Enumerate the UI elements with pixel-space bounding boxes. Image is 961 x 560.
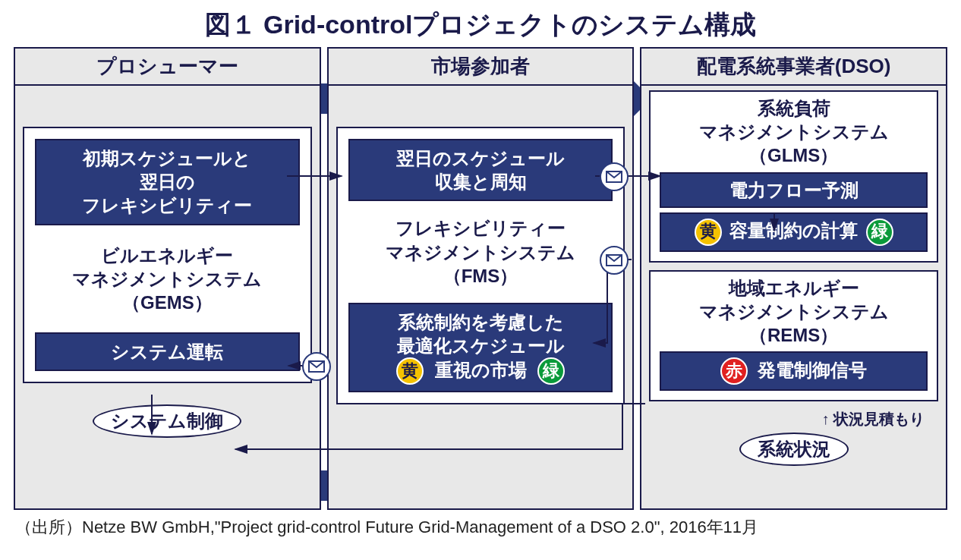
power-flow-forecast-box: 電力フロー予測	[660, 172, 928, 208]
prosumer-header: プロシューマー	[15, 49, 320, 86]
gems-panel: 初期スケジュールと 翌日の フレキシビリティー ビルエネルギー マネジメントシス…	[23, 127, 312, 383]
glms-panel: 系統負荷 マネジメントシステム （GLMS） 電力フロー予測 黄 容量制約の計算…	[649, 90, 938, 263]
initial-schedule-box: 初期スケジュールと 翌日の フレキシビリティー	[35, 139, 300, 225]
diagram-title: 図１ Grid-controlプロジェクトのシステム構成	[0, 0, 961, 47]
capacity-text: 容量制約の計算	[729, 220, 858, 241]
columns-container: 混雑予測 混雑回避 プロシューマー 初期スケジュールと 翌日の フレキシビリティ…	[0, 47, 961, 510]
green-dot-icon-2: 緑	[866, 219, 893, 246]
opt-line3: 重視の市場	[435, 360, 527, 380]
market-header: 市場参加者	[329, 49, 633, 86]
mail-icon	[600, 162, 629, 191]
dso-column: 配電系統事業者(DSO) 系統負荷 マネジメントシステム （GLMS） 電力フロ…	[640, 47, 947, 510]
gen-signal-text: 発電制御信号	[758, 360, 867, 380]
capacity-constraint-box: 黄 容量制約の計算 緑	[660, 212, 928, 252]
fms-panel: 翌日のスケジュール 収集と周知 フレキシビリティー マネジメントシステム （FM…	[336, 127, 625, 404]
situation-estimate-label: ↑ 状況見積もり	[821, 411, 925, 427]
system-operation-box: システム運転	[35, 332, 300, 371]
rems-panel: 地域エネルギー マネジメントシステム （REMS） 赤 発電制御信号	[649, 270, 938, 402]
yellow-dot-icon-2: 黄	[695, 219, 722, 246]
grid-situation-ellipse: 系統状況	[739, 433, 849, 466]
rems-label: 地域エネルギー マネジメントシステム （REMS）	[655, 276, 932, 348]
red-dot-icon: 赤	[720, 357, 748, 385]
source-citation: （出所）Netze BW GmbH,"Project grid-control …	[0, 510, 961, 539]
mail-icon	[302, 352, 331, 381]
fms-label: フレキシビリティー マネジメントシステム （FMS）	[344, 206, 618, 298]
market-column: 市場参加者 翌日のスケジュール 収集と周知 フレキシビリティー マネジメントシス…	[327, 47, 635, 510]
gems-label: ビルエネルギー マネジメントシステム （GEMS）	[30, 230, 304, 329]
mail-icon	[600, 246, 629, 275]
prosumer-column: プロシューマー 初期スケジュールと 翌日の フレキシビリティー ビルエネルギー …	[14, 47, 321, 510]
system-control-ellipse: システム制御	[93, 404, 241, 438]
next-day-schedule-box: 翌日のスケジュール 収集と周知	[348, 139, 613, 201]
generation-control-signal-box: 赤 発電制御信号	[660, 351, 928, 391]
yellow-dot-icon: 黄	[396, 357, 424, 385]
opt-line2: 最適化スケジュール	[354, 334, 607, 357]
opt-line1: 系統制約を考慮した	[354, 310, 607, 334]
optimized-schedule-box: 系統制約を考慮した 最適化スケジュール 黄 重視の市場 緑	[348, 303, 613, 392]
dso-header: 配電系統事業者(DSO)	[641, 49, 946, 86]
glms-label: 系統負荷 マネジメントシステム （GLMS）	[655, 96, 932, 168]
green-dot-icon: 緑	[537, 357, 565, 385]
